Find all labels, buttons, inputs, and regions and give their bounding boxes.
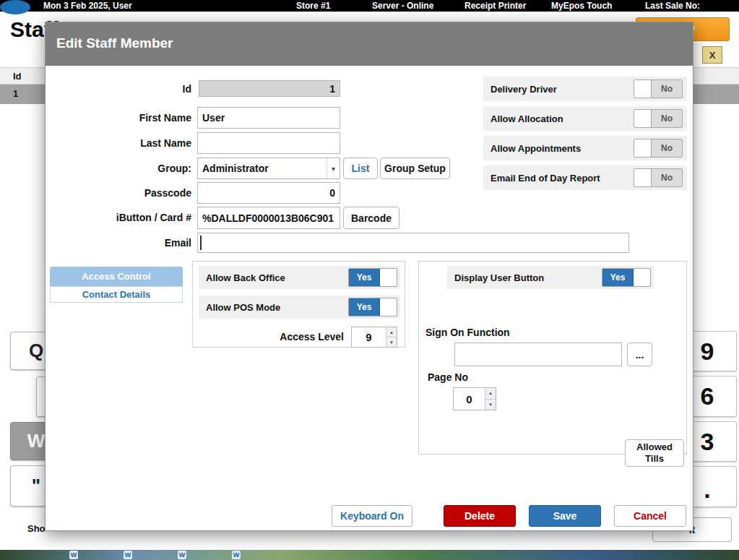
last-name-label: Last Name xyxy=(53,137,191,149)
sign-on-function-field[interactable] xyxy=(454,343,622,366)
toggle-knob xyxy=(379,269,397,286)
email-field[interactable] xyxy=(197,233,629,253)
modal-title-bar: Edit Staff Member xyxy=(46,22,693,66)
toggle-knob xyxy=(379,298,397,316)
toggle-state-label: Yes xyxy=(349,269,379,286)
save-button[interactable]: Save xyxy=(529,505,601,527)
row-id-cell: 1 xyxy=(13,88,18,99)
email-eod-report-label: Email End of Day Report xyxy=(490,173,634,184)
taskbar: W W W W xyxy=(0,550,739,560)
sign-on-function-browse-button[interactable]: ... xyxy=(627,343,652,366)
taskbar-app-icon[interactable]: W xyxy=(178,551,186,559)
chevron-down-icon: ▾ xyxy=(327,158,340,178)
email-eod-report-row: Email End of Day Report No xyxy=(483,165,687,190)
taskbar-app-icon[interactable]: W xyxy=(232,551,241,559)
modal-title: Edit Staff Member xyxy=(56,35,173,51)
toggle-state-label: No xyxy=(652,169,682,186)
taskbar-app-icon[interactable]: W xyxy=(124,551,132,559)
delete-button[interactable]: Delete xyxy=(444,505,516,527)
email-label: Email xyxy=(53,237,191,249)
top-status-bar: Mon 3 Feb 2025, User Store #1 Server - O… xyxy=(0,0,739,12)
page-no-label: Page No xyxy=(428,371,468,383)
id-column-header: Id xyxy=(13,71,22,82)
group-setup-button[interactable]: Group Setup xyxy=(380,158,450,179)
sign-on-function-label: Sign On Function xyxy=(425,327,510,338)
screen: Mon 3 Feb 2025, User Store #1 Server - O… xyxy=(0,0,739,560)
allow-pos-mode-row: Allow POS Mode Yes xyxy=(199,296,400,319)
group-dropdown[interactable]: Administrator ▾ xyxy=(197,158,340,179)
status-receipt-printer: Receipt Printer xyxy=(464,1,526,11)
passcode-label: Passcode xyxy=(53,187,191,199)
allow-back-office-label: Allow Back Office xyxy=(206,272,348,283)
window-close-button[interactable]: X xyxy=(702,46,722,64)
allow-pos-mode-toggle[interactable]: Yes xyxy=(348,298,397,316)
access-level-value: 9 xyxy=(352,327,386,347)
status-server: Server - Online xyxy=(372,1,433,11)
user-button-panel: Display User Button Yes Sign On Function… xyxy=(418,261,687,455)
status-last-sale: Last Sale No: xyxy=(645,1,700,11)
allow-allocation-row: Allow Allocation No xyxy=(483,106,687,131)
taskbar-app-icon[interactable]: W xyxy=(69,551,78,559)
allow-allocation-toggle[interactable]: No xyxy=(634,109,683,128)
access-level-label: Access Level xyxy=(235,331,344,343)
allow-appointments-label: Allow Appointments xyxy=(490,143,634,154)
access-level-stepper[interactable]: 9 ▲ ▼ xyxy=(351,327,397,348)
app-logo-icon xyxy=(0,0,30,14)
toggle-state-label: No xyxy=(652,139,682,157)
toggle-knob xyxy=(634,139,652,157)
edit-staff-member-dialog: Edit Staff Member Id First Name Last Nam… xyxy=(45,22,693,531)
toggle-state-label: No xyxy=(652,80,682,98)
display-user-button-toggle[interactable]: Yes xyxy=(602,268,651,287)
delivery-driver-label: Delivery Driver xyxy=(490,84,634,95)
first-name-field[interactable] xyxy=(197,107,340,129)
allow-back-office-toggle[interactable]: Yes xyxy=(348,268,397,287)
display-user-button-row: Display User Button Yes xyxy=(447,266,654,289)
toggle-knob xyxy=(634,169,652,186)
status-datetime-user: Mon 3 Feb 2025, User xyxy=(43,1,132,11)
toggle-state-label: Yes xyxy=(602,269,633,286)
allow-appointments-toggle[interactable]: No xyxy=(634,139,683,158)
last-name-field[interactable] xyxy=(197,132,340,154)
toggle-state-label: No xyxy=(652,110,682,127)
delivery-driver-toggle[interactable]: No xyxy=(634,79,683,98)
group-selected-value: Administrator xyxy=(198,163,327,174)
text-cursor xyxy=(200,236,202,250)
toggle-knob xyxy=(634,80,652,98)
access-control-panel: Allow Back Office Yes Allow POS Mode Yes… xyxy=(192,261,405,348)
toggle-state-label: Yes xyxy=(349,298,379,316)
cancel-button[interactable]: Cancel xyxy=(614,505,686,527)
arrow-down-icon[interactable]: ▼ xyxy=(485,400,496,410)
status-app-name: MyEpos Touch xyxy=(551,1,612,11)
page-no-stepper[interactable]: 0 ▲ ▼ xyxy=(453,387,496,410)
delivery-driver-row: Delivery Driver No xyxy=(483,77,687,101)
stepper-arrows: ▲ ▼ xyxy=(386,327,397,347)
id-field xyxy=(199,80,340,97)
group-list-button[interactable]: List xyxy=(343,158,378,179)
ibutton-card-label: iButton / Card # xyxy=(53,212,191,223)
ibutton-card-field[interactable] xyxy=(197,207,340,229)
toggle-knob xyxy=(634,110,652,127)
arrow-down-icon[interactable]: ▼ xyxy=(386,337,397,347)
arrow-up-icon[interactable]: ▲ xyxy=(386,327,397,337)
stepper-arrows: ▲ ▼ xyxy=(485,388,496,410)
display-user-button-label: Display User Button xyxy=(454,272,602,283)
barcode-button[interactable]: Barcode xyxy=(343,207,399,229)
id-label: Id xyxy=(53,83,191,95)
toggle-knob xyxy=(633,269,650,286)
show-label-fragment: Sho xyxy=(27,523,46,534)
status-store: Store #1 xyxy=(296,1,330,11)
first-name-label: First Name xyxy=(53,112,191,124)
page-no-value: 0 xyxy=(454,388,485,410)
allow-allocation-label: Allow Allocation xyxy=(490,113,634,124)
tab-contact-details[interactable]: Contact Details xyxy=(50,286,183,303)
tab-access-control[interactable]: Access Control xyxy=(50,267,183,286)
keyboard-on-button[interactable]: Keyboard On xyxy=(332,505,412,527)
allow-back-office-row: Allow Back Office Yes xyxy=(199,266,400,289)
allow-pos-mode-label: Allow POS Mode xyxy=(206,302,348,313)
allow-appointments-row: Allow Appointments No xyxy=(483,136,687,160)
allowed-tills-button[interactable]: Allowed Tills xyxy=(625,439,684,467)
email-eod-report-toggle[interactable]: No xyxy=(634,168,683,187)
arrow-up-icon[interactable]: ▲ xyxy=(485,388,496,400)
passcode-field[interactable] xyxy=(197,182,340,204)
group-label: Group: xyxy=(53,163,191,174)
